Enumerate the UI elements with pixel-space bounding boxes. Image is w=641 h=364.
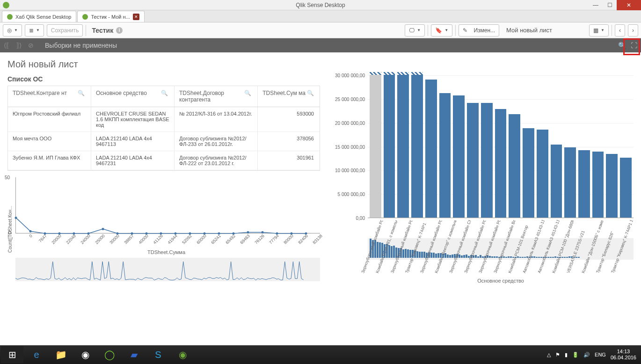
search-icon[interactable]: 🔍	[78, 90, 86, 96]
svg-point-6	[102, 228, 104, 230]
taskbar-clock[interactable]: 14:13 06.04.2016	[611, 349, 636, 361]
y-tick: 0	[8, 230, 11, 235]
cell: Югпром Ростовский филиал	[8, 107, 91, 131]
y-tick: 15 000 000,00	[335, 144, 365, 149]
clear-selection-icon[interactable]: ⊘	[28, 42, 34, 49]
bookmark-button[interactable]: 🔖▼	[431, 24, 452, 36]
save-button[interactable]: Сохранить	[47, 24, 83, 36]
cell: Договор сублизинга №2012/ФЛ-233 от 26.01…	[175, 132, 258, 151]
bar[interactable]	[439, 93, 451, 218]
tab-hub[interactable]: Хаб Qlik Sense Desktop	[2, 11, 76, 22]
bar[interactable]	[537, 130, 548, 218]
column-header[interactable]: Основное средство🔍	[91, 86, 175, 107]
app1-icon[interactable]: ◯	[98, 346, 121, 363]
bar[interactable]	[592, 152, 604, 218]
column-header[interactable]: TDSheet.Договор контрагента🔍	[175, 86, 258, 107]
table-row[interactable]: Моя мечта ОООLADA 212140 LADA 4х4 946711…	[8, 132, 320, 151]
bar[interactable]	[620, 158, 632, 218]
bar[interactable]	[509, 114, 520, 218]
bar[interactable]	[397, 75, 409, 218]
list-icon: ≣	[29, 27, 34, 34]
chevron-right-icon: ›	[632, 27, 634, 34]
bar[interactable]	[495, 109, 507, 218]
selections-bar: ⟨⟦ ⟧⟩ ⊘ Выборки не применены 🔍 ⛶	[0, 38, 641, 52]
window-titlebar: Qlik Sense Desktop — ☐ ✕	[0, 0, 641, 10]
table-row[interactable]: Зубенко Я.М. ИП Глава КФХLADA 212140 LAD…	[8, 151, 320, 170]
bar[interactable]	[467, 103, 479, 218]
volume-icon[interactable]: 🔊	[583, 352, 590, 358]
y-tick: 0,00	[356, 216, 365, 221]
skype-icon[interactable]: S	[147, 346, 169, 363]
minimize-button[interactable]: —	[589, 0, 603, 10]
x-axis-label: Основное средство	[368, 278, 634, 284]
explorer-icon[interactable]: 📁	[50, 346, 72, 363]
svg-point-1	[29, 230, 32, 233]
compass-icon: ◎	[7, 27, 12, 34]
next-sheet-button[interactable]: ›	[628, 24, 638, 36]
app2-icon[interactable]: ▰	[123, 346, 145, 363]
prev-sheet-button[interactable]: ‹	[615, 24, 625, 36]
info-icon[interactable]: i	[116, 27, 123, 34]
start-button[interactable]: ⊞	[1, 346, 23, 363]
line-chart[interactable]: Count([TDSheet.Кон... 50 0 0764720000220…	[7, 177, 320, 281]
column-header[interactable]: TDSheet.Сум ма🔍	[258, 86, 319, 107]
close-button[interactable]: ✕	[617, 0, 641, 10]
svg-point-0	[15, 217, 17, 219]
sheets-panel-button[interactable]: ▦▼	[589, 24, 609, 36]
bar[interactable]	[551, 145, 562, 218]
bar[interactable]	[606, 154, 618, 218]
tab-document[interactable]: Тестик - Мой н... ✕	[77, 11, 144, 22]
bar-plot-area	[368, 75, 634, 218]
y-tick: 5 000 000,00	[338, 192, 365, 197]
monitor-icon: 🖵	[409, 27, 415, 34]
sheet-name-label[interactable]: Мой новый лист	[502, 24, 586, 36]
document-tabs: Хаб Qlik Sense Desktop Тестик - Мой н...…	[0, 10, 641, 22]
table-title: Список ОС	[7, 75, 320, 83]
tab-label: Тестик - Мой н...	[91, 14, 130, 20]
step-back-icon[interactable]: ⟨⟦	[4, 42, 9, 49]
tray-icon[interactable]: △	[547, 352, 551, 358]
step-forward-icon[interactable]: ⟧⟩	[16, 42, 22, 49]
y-tick: 20 000 000,00	[335, 120, 365, 125]
bar[interactable]	[453, 95, 465, 218]
line-plot-area: 50 0	[15, 177, 320, 233]
bar[interactable]	[384, 75, 395, 218]
cell: Зубенко Я.М. ИП Глава КФХ	[8, 151, 91, 170]
bar-chart[interactable]: 30 000 000,0025 000 000,0020 000 000,001…	[368, 75, 634, 234]
document-title: Тестик i	[92, 27, 123, 34]
sheet-canvas: Мой новый лист Список ОС TDSheet.Контраг…	[0, 52, 641, 345]
column-header[interactable]: TDSheet.Контраге нт🔍	[8, 86, 91, 107]
sheet-title: Мой новый лист	[7, 59, 634, 70]
bar[interactable]	[481, 103, 493, 218]
ie-icon[interactable]: e	[25, 346, 48, 363]
bar[interactable]	[425, 80, 437, 218]
table-row[interactable]: Югпром Ростовский филиалCHEVROLET CRUSE …	[8, 107, 320, 132]
qlik-taskbar-icon[interactable]: ◉	[171, 346, 194, 363]
bar[interactable]	[564, 147, 576, 218]
network-icon[interactable]: ▮	[565, 352, 568, 358]
tab-close-icon[interactable]: ✕	[133, 14, 139, 20]
lang-indicator[interactable]: ENG	[595, 352, 606, 357]
bar[interactable]	[523, 128, 534, 218]
cell: LADA 212140 LADA 4х4 9467231	[91, 151, 175, 170]
bar[interactable]	[411, 75, 423, 218]
nav-menu-button[interactable]: ◎▼	[3, 24, 22, 36]
bar[interactable]	[578, 150, 590, 218]
mini-chart[interactable]	[15, 258, 320, 281]
data-table[interactable]: TDSheet.Контраге нт🔍 Основное средство🔍 …	[7, 86, 320, 171]
search-icon[interactable]: 🔍	[244, 90, 253, 96]
maximize-button[interactable]: ☐	[603, 0, 617, 10]
highlight-annotation	[623, 38, 640, 55]
cell: 593000	[258, 107, 319, 131]
chevron-left-icon: ‹	[619, 27, 621, 34]
flag-icon[interactable]: ⚑	[555, 352, 560, 358]
edit-button[interactable]: ✎ Измен...	[459, 24, 499, 36]
search-icon[interactable]: 🔍	[161, 90, 169, 96]
device-preview-button[interactable]: 🖵▼	[405, 24, 425, 36]
battery-icon[interactable]: 🔋	[572, 352, 579, 358]
list-menu-button[interactable]: ≣▼	[25, 24, 44, 36]
chrome-icon[interactable]: ◉	[74, 346, 96, 363]
cell: № 2012/КЛ-316 от 13.04.2012г.	[175, 107, 258, 131]
bar[interactable]	[370, 75, 381, 218]
search-icon[interactable]: 🔍	[306, 90, 314, 96]
